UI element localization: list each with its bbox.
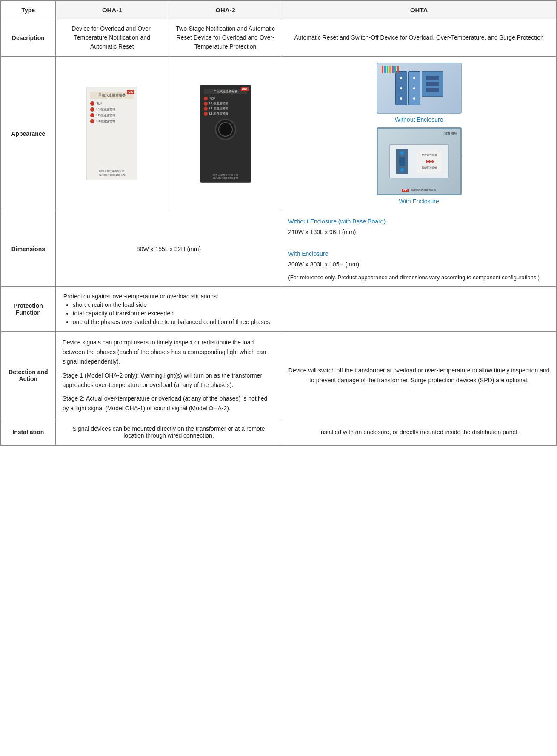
oha-dimensions-shared: 80W x 155L x 32H (mm)	[55, 211, 282, 287]
ohta-enc-meter: 光度調整設備 智能切換設備	[417, 150, 442, 173]
detection-row-header: Detection and Action	[1, 332, 56, 419]
wire-red2	[397, 66, 399, 73]
ohta-dim-enc-value: 300W x 300L x 105H (mm)	[288, 259, 550, 270]
ohta-no-enc-caption: Without Enclosure	[286, 116, 551, 123]
ohta-breaker2-dot2	[413, 87, 415, 89]
oha1-led-l1	[90, 107, 94, 112]
ohta-description: Automatic Reset and Switch-Off Device fo…	[282, 19, 556, 57]
oha2-device-image: 二段式過溫警報器 CIC 電源 L1 相過溫警報 L2 相過溫警報	[200, 85, 251, 183]
ohta-column-header: OHTA	[282, 1, 556, 19]
oha1-led-l2	[90, 113, 94, 117]
oha1-label-l3: L3 相過溫警報	[96, 119, 115, 123]
ohta-enc-led1	[426, 160, 428, 163]
oha2-appearance-cell: 二段式過溫警報器 CIC 電源 L1 相過溫警報 L2 相過溫警報	[169, 57, 282, 211]
oha1-column-header: OHA-1	[55, 1, 169, 19]
oha1-indicator-power: 電源	[90, 101, 134, 106]
oha1-led-l3	[90, 119, 94, 123]
protection-content: Protection against over-temperature or o…	[55, 287, 556, 332]
ohta-component-group	[395, 71, 443, 105]
oha2-description: Two-Stage Notification and Automatic Res…	[169, 19, 282, 57]
ohta-enc-led2	[428, 160, 431, 163]
ohta-enc-meter-label1: 光度調整設備	[422, 153, 437, 157]
ohta-enc-brand: CIC	[402, 189, 408, 192]
ohta-module-bar1	[426, 76, 439, 80]
oha-installation: Signal devices can be mounted directly o…	[55, 419, 282, 445]
protection-item-2: total capacity of transformer exceeded	[73, 310, 548, 317]
dimensions-row: Dimensions 80W x 155L x 32H (mm) Without…	[1, 211, 556, 287]
oha1-indicator-l1: L1 相過溫警報	[90, 107, 134, 112]
ohta-module-bar3	[426, 88, 439, 92]
oha1-brand: CIC	[127, 90, 134, 94]
wire-blue	[384, 66, 386, 73]
oha1-indicator-l2: L2 相過溫警報	[90, 113, 134, 117]
oha2-label-l3: L3 相過溫警報	[209, 112, 228, 116]
type-column-header: Type	[1, 1, 56, 19]
ohta-dimensions: Without Enclosure (with Base Board) 210W…	[282, 211, 556, 287]
protection-item-1: short circuit on the load side	[73, 301, 548, 308]
oha2-indicator-l3: L3 相過溫警報	[204, 112, 247, 116]
protection-row-header: Protection Function	[1, 287, 56, 332]
oha1-led-power	[90, 101, 94, 106]
ohta-module	[422, 71, 443, 97]
ohta-dim-enc-label: With Enclosure	[288, 249, 550, 259]
protection-row: Protection Function Protection against o…	[1, 287, 556, 332]
oha2-speaker	[215, 119, 236, 140]
oha1-footer: 鳴力工業技術有限公司 服務電話:0800-251-176	[99, 169, 126, 177]
oha1-label-l2: L2 相過溫警報	[96, 113, 115, 117]
ohta-wires	[382, 66, 457, 73]
ohta-breaker2-dot1	[413, 77, 415, 79]
wire-teal	[394, 66, 396, 73]
oha2-column-header: OHA-2	[169, 1, 282, 19]
wire-orange	[389, 66, 391, 73]
wire-red	[382, 66, 383, 73]
installation-row: Installation Signal devices can be mount…	[1, 419, 556, 445]
detection-para2: Stage 1 (Model OHA-2 only): Warning ligh…	[63, 371, 275, 390]
protection-intro: Protection against over-temperature or o…	[63, 293, 218, 300]
ohta-enc-meter-leds	[426, 160, 434, 163]
oha2-footer: 鳴力工業技術有限公司 服務電話:0800-251-176	[213, 174, 238, 180]
oha2-indicator-power: 電源	[204, 97, 247, 100]
ohta-enc-led3	[431, 160, 434, 163]
ohta-breaker2	[408, 71, 420, 105]
ohta-enc-switch	[399, 157, 405, 166]
ohta-dim-enc-label-text: With Enclosure	[288, 250, 328, 257]
ohta-enc-header-text: 過溫 過載	[444, 131, 457, 135]
ohta-dim-note: (For reference only. Product appearance …	[288, 273, 550, 282]
detection-para3: Stage 2: Actual over-temperature or over…	[63, 394, 275, 413]
oha2-label-l2: L2 相過溫警報	[209, 107, 228, 111]
oha1-indicator-l3: L3 相過溫警報	[90, 119, 134, 123]
appearance-row: Appearance 單段式過溫警報器 CIC 電源 L1 相過溫警報	[1, 57, 556, 211]
ohta-module-bar2	[426, 82, 439, 86]
ohta-enc-label: 智能保護過溫報警裝置	[411, 188, 436, 192]
ohta-enc-breaker-dot2	[400, 168, 404, 172]
protection-list: short circuit on the load side total cap…	[73, 301, 548, 325]
oha1-appearance-cell: 單段式過溫警報器 CIC 電源 L1 相過溫警報 L2 相過溫警報	[55, 57, 169, 211]
oha-detection-content: Device signals can prompt users to timel…	[55, 332, 282, 419]
ohta-dim-no-enc-label: Without Enclosure (with Base Board)	[288, 216, 550, 227]
oha1-label-power: 電源	[96, 101, 102, 106]
detection-row: Detection and Action Device signals can …	[1, 332, 556, 419]
ohta-breaker1	[395, 71, 407, 105]
ohta-appearance-cell: Without Enclosure 過溫 過載 光度調整設備	[282, 57, 556, 211]
installation-row-header: Installation	[1, 419, 56, 445]
oha2-led-l3	[204, 112, 208, 116]
ohta-installation: Installed with an enclosure, or directly…	[282, 419, 556, 445]
oha2-label-power: 電源	[209, 97, 215, 100]
oha1-description: Device for Overload and Over-Temperature…	[55, 19, 169, 57]
ohta-enc-meter-label2: 智能切換設備	[422, 166, 437, 170]
wire-purple	[392, 66, 394, 73]
oha2-led-power	[204, 97, 208, 100]
ohta-enc-panel: 光度調整設備 智能切換設備	[389, 144, 449, 178]
oha2-indicator-l2: L2 相過溫警報	[204, 107, 247, 111]
oha1-label-l1: L1 相過溫警報	[96, 107, 115, 112]
ohta-enclosure-image: 過溫 過載 光度調整設備	[377, 127, 462, 195]
ohta-enc-breaker-dot1	[400, 151, 404, 155]
dimensions-row-header: Dimensions	[1, 211, 56, 287]
ohta-dim-no-enc-label-text: Without Enclosure (with Base Board)	[288, 218, 386, 225]
wire-green	[387, 66, 388, 73]
ohta-enc-bottom: CIC 智能保護過溫報警裝置	[402, 188, 436, 192]
ohta-detection-content: Device will switch off the transformer a…	[282, 332, 556, 419]
oha2-label-l1: L1 相過溫警報	[209, 102, 228, 106]
ohta-dim-no-enc-value: 210W x 130L x 96H (mm)	[288, 227, 550, 238]
ohta-breaker1-dot1	[400, 77, 402, 79]
